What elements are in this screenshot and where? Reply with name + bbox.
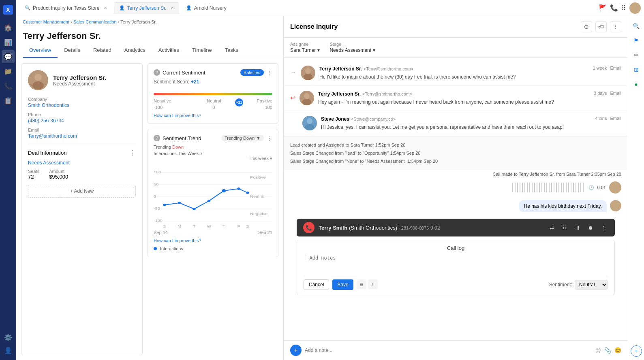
call-log-save-button[interactable]: Save [332, 279, 353, 290]
rab-search-icon[interactable]: 🔍 [630, 19, 643, 32]
svg-point-3 [34, 74, 42, 81]
svg-point-33 [305, 68, 311, 74]
note-input[interactable] [305, 347, 592, 353]
contact-header: Terry Jefferson Sr. Needs Assessment [28, 70, 136, 90]
attachment-icon[interactable]: 📎 [604, 347, 611, 354]
scale-labels: Negative Neutral Positive [154, 98, 272, 103]
call-hold-button[interactable]: ⏸ [573, 223, 582, 232]
trend-info-icon: ? [154, 135, 160, 141]
phone-value[interactable]: (480) 256-36734 [28, 118, 136, 124]
sentiment-dropdown[interactable]: Neutral Positive Negative [575, 280, 608, 290]
svg-text:S: S [163, 224, 166, 228]
tab-close-icon[interactable]: ✕ [104, 6, 107, 10]
company-value[interactable]: Smith Orthodontics [28, 102, 136, 108]
message-sender-row: Terry Jefferson Sr. <Terry@smithortho.co… [319, 66, 413, 72]
message-email-1: <Terry@smithortho.com> [364, 66, 414, 71]
stage-chevron-icon: ▾ [373, 47, 375, 53]
sidebar-analytics-icon[interactable]: 📊 [2, 36, 15, 49]
call-log-cancel-button[interactable]: Cancel [304, 279, 329, 290]
rab-edit-icon[interactable]: ✏ [630, 49, 643, 62]
rab-add-button[interactable]: + [631, 345, 642, 357]
svg-text:W: W [207, 224, 212, 228]
note-add-button[interactable]: + [290, 345, 302, 356]
breadcrumb-sc[interactable]: Sales Communication [73, 19, 117, 24]
tab-details[interactable]: Details [58, 43, 87, 58]
message-sender-row-3: Steve Jones <Steve@company.co> [321, 116, 396, 122]
emoji-icon[interactable]: 😊 [614, 347, 621, 354]
page-header: Terry Jefferson Sr. [16, 28, 283, 43]
panel-tag-button[interactable]: 🏷 [595, 21, 607, 32]
tab-close-active-icon[interactable]: ✕ [171, 6, 174, 10]
header-phone-icon[interactable]: 📞 [610, 4, 618, 12]
panel-more-button[interactable]: ⋮ [610, 21, 621, 32]
call-log-add-icon[interactable]: + [368, 279, 378, 289]
stage-value[interactable]: Needs Assessment ▾ [329, 47, 375, 53]
sidebar-phone-icon[interactable]: 📞 [2, 79, 15, 92]
score-line: Sentiment Score +21 [154, 79, 272, 85]
svg-text:T: T [193, 224, 196, 228]
call-number: · 281-908-0076 [399, 226, 429, 230]
call-log-buttons: Cancel Save ≡ + [304, 279, 378, 290]
svg-point-30 [237, 187, 240, 190]
tab-arnold-nursery[interactable]: 👤 Arnold Nursery [181, 2, 232, 14]
header-flag-icon[interactable]: 🚩 [599, 4, 607, 12]
phone-label: Phone [28, 112, 136, 117]
email-value[interactable]: Terry@smithortho.com [28, 133, 136, 139]
header-avatar[interactable] [629, 2, 641, 14]
rab-flag-icon[interactable]: ⚑ [630, 34, 643, 47]
message-item: → Terry Jefferson Sr. <Terry@smitho [284, 61, 628, 86]
at-mention-icon[interactable]: @ [595, 347, 601, 354]
breadcrumb-cm[interactable]: Customer Management [23, 19, 69, 24]
deal-more-icon[interactable]: ⋮ [129, 149, 136, 157]
call-more-button[interactable]: ⋮ [599, 223, 608, 232]
message-arrow-icon: → [290, 66, 297, 76]
trend-improve-link[interactable]: How can I improve this? [154, 238, 272, 243]
chart-week-selector[interactable]: This week ▾ [154, 156, 272, 161]
sidebar-tasks-icon[interactable]: 📋 [2, 94, 15, 107]
sidebar-folder-icon[interactable]: 📁 [2, 65, 15, 78]
assignee-label: Assignee [290, 42, 320, 47]
message-time-3: 4mins [595, 116, 607, 121]
sentiment-title: Current Sentiment [163, 70, 205, 76]
trend-more-icon[interactable]: ⋮ [267, 135, 272, 141]
email-field: Email Terry@smithortho.com [28, 128, 136, 139]
tab-overview[interactable]: Overview [23, 43, 58, 58]
sidebar-home-icon[interactable]: 🏠 [2, 21, 15, 34]
audio-waveform[interactable] [512, 183, 585, 192]
rab-circle-icon[interactable]: ● [630, 78, 643, 91]
call-record-button[interactable]: ⏺ [586, 223, 595, 232]
tab-timeline[interactable]: Timeline [186, 43, 218, 58]
message-avatar-2 [300, 91, 314, 105]
tab-terry-jefferson[interactable]: 👤 Terry Jefferson Sr. ✕ [114, 2, 179, 14]
tab-tasks[interactable]: Tasks [218, 43, 245, 58]
call-log-notes[interactable] [304, 255, 608, 271]
tab-activities[interactable]: Activities [152, 43, 186, 58]
panel-focus-button[interactable]: ⊙ [581, 21, 592, 32]
panel-header: License Inquiry ⊙ 🏷 ⋮ [284, 16, 628, 38]
tab-analytics[interactable]: Analytics [118, 43, 152, 58]
svg-text:-100: -100 [154, 219, 163, 223]
deal-header: Deal Information ⋮ [28, 149, 136, 157]
tab-related[interactable]: Related [87, 43, 118, 58]
improve-link[interactable]: How can I improve this? [154, 113, 272, 118]
breadcrumb-name: Terry Jefferson Sr. [120, 19, 156, 24]
header-apps-icon[interactable]: ⠿ [621, 4, 626, 12]
call-keypad-button[interactable]: ⠿ [560, 223, 569, 232]
sentiment-more-icon[interactable]: ⋮ [267, 70, 272, 76]
svg-point-28 [208, 200, 210, 202]
assignee-value[interactable]: Sara Turner ▾ [290, 47, 320, 53]
svg-point-31 [246, 192, 249, 194]
deal-section: Deal Information ⋮ Needs Assessment Seat… [28, 144, 136, 180]
rab-table-icon[interactable]: ⊞ [630, 63, 643, 76]
chart-legend: Interactions [154, 246, 272, 251]
call-transfer-button[interactable]: ⇄ [547, 223, 556, 232]
call-log-format-icon[interactable]: ≡ [357, 279, 366, 289]
sidebar-settings-icon[interactable]: ⚙️ [2, 331, 15, 344]
message-content-3: Steve Jones <Steve@company.co> 4mins Ema… [321, 116, 621, 131]
sidebar-user-icon[interactable]: 👤 [2, 344, 15, 357]
add-new-button[interactable]: + Add New [28, 185, 136, 198]
contact-stage: Needs Assessment [53, 81, 106, 87]
tab-product-inquiry[interactable]: 🔍 Product Inquiry for Texas Store ✕ [19, 2, 112, 14]
sidebar-chat-icon[interactable]: 💬 [2, 50, 15, 63]
trend-badge[interactable]: Trending Down ▼ [221, 135, 264, 141]
